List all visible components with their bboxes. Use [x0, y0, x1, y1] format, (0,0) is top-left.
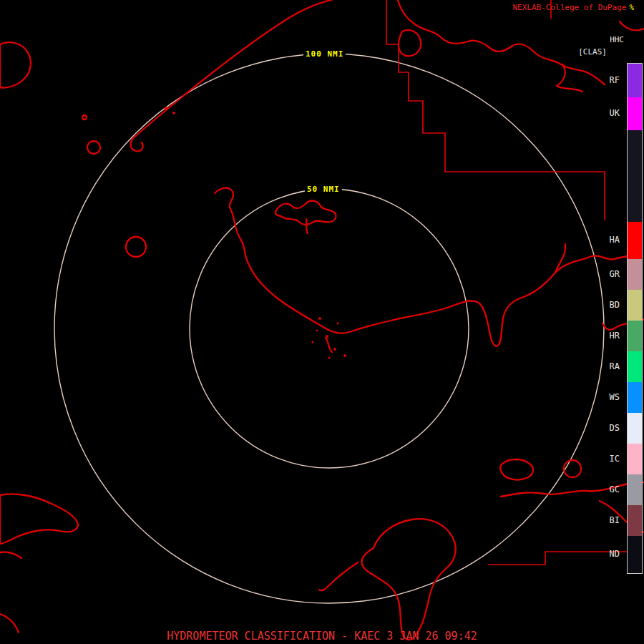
- legend-segment-DS: [628, 413, 642, 444]
- coastline-main: [215, 188, 631, 346]
- lake-circles: [82, 115, 581, 477]
- island-speck: [337, 323, 339, 325]
- island-speck: [165, 107, 168, 111]
- legend-segment-WS: [628, 382, 642, 413]
- coastline-top-arc: [133, 0, 336, 138]
- lake-circle-1: [87, 141, 100, 154]
- legend-bar: [627, 63, 643, 574]
- product-code: HHC: [610, 35, 624, 44]
- coastline-right-island: [500, 459, 533, 479]
- product-tag: [CLAS]: [578, 47, 607, 57]
- coastline-right-1: [501, 482, 644, 497]
- legend-segment-UK: [628, 97, 642, 130]
- range-rings: [54, 54, 604, 603]
- legend-segment-RF: [628, 64, 642, 97]
- lake-circle-3: [564, 460, 581, 477]
- island-speck: [343, 354, 346, 357]
- boundary-bottom-right: [488, 552, 643, 565]
- radar-display: 100 NMI 50 NMI NEXLAB-College of DuPage%…: [0, 0, 644, 644]
- legend-segment-IC: [628, 444, 642, 474]
- lake-circle-2: [126, 237, 146, 257]
- legend-segment-GR: [628, 259, 642, 290]
- island-speck: [328, 357, 331, 359]
- coastline-center-squiggle: [326, 338, 332, 352]
- brand-icon: %: [629, 3, 634, 12]
- legend-segment-GC: [628, 474, 642, 505]
- brand-banner: NEXLAB-College of DuPage%: [512, 3, 634, 12]
- brand-text: NEXLAB-College of DuPage: [512, 3, 626, 12]
- legend-segment-HR: [628, 321, 642, 351]
- island-speck: [318, 317, 321, 320]
- coastline-topright-3: [620, 21, 644, 30]
- legend-segment-blank: [628, 130, 642, 222]
- coastline-left-line: [0, 552, 21, 558]
- legend-segment-BD: [628, 290, 642, 321]
- island-speck: [333, 348, 336, 351]
- coastline-topright-blob: [399, 30, 421, 56]
- coastlines: [0, 0, 644, 640]
- coastline-left-blob: [0, 494, 78, 545]
- range-ring-50nmi: [190, 189, 469, 468]
- legend-segment-BI: [628, 505, 642, 536]
- range-ring-label-100nmi: 100 NMI: [303, 49, 346, 59]
- legend-segment-ND: [628, 536, 642, 573]
- island-speck: [326, 335, 328, 338]
- legend-segment-RA: [628, 351, 642, 382]
- island-speck: [172, 112, 175, 114]
- coastline-island-squiggle: [275, 201, 336, 225]
- island-specks: [165, 107, 347, 359]
- range-ring-100nmi: [54, 54, 604, 603]
- coastline-topleft-blob: [0, 42, 31, 87]
- lake-circle-4: [82, 115, 87, 119]
- coastline-bottom-tail: [319, 562, 358, 590]
- radar-map: [0, 0, 644, 644]
- product-title-bar: HYDROMETEOR CLASSIFICATION - KAEC 3 JAN …: [0, 630, 644, 643]
- range-ring-label-50nmi: 50 NMI: [305, 184, 342, 195]
- coastline-topright-1: [398, 0, 605, 84]
- legend-segment-HA: [628, 222, 642, 259]
- coastline-island-hook: [306, 219, 308, 233]
- island-speck: [312, 341, 314, 343]
- island-speck: [316, 330, 318, 332]
- coastline-arc-hook: [131, 138, 143, 151]
